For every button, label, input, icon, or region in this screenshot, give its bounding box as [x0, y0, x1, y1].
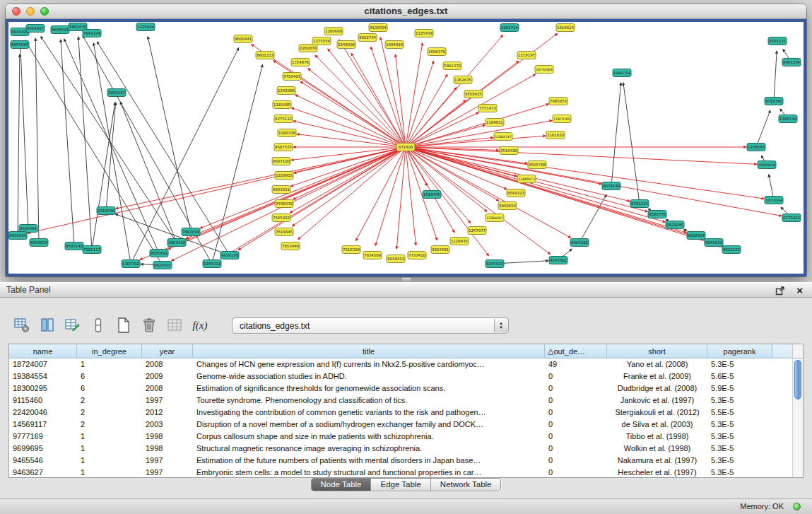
- graph-node[interactable]: 8830594: [8, 232, 27, 240]
- float-panel-icon[interactable]: [775, 286, 785, 296]
- graph-node[interactable]: 7625402: [272, 214, 290, 222]
- graph-node[interactable]: 9245002: [549, 257, 567, 264]
- graph-node[interactable]: 9245012: [203, 260, 221, 268]
- graph-node[interactable]: 1186110: [779, 115, 797, 123]
- graph-node[interactable]: 1189811: [486, 119, 504, 127]
- graph-node[interactable]: 1181495: [273, 101, 291, 109]
- tab-edge-table[interactable]: Edge Table: [371, 479, 430, 491]
- graph-node[interactable]: 9549323: [507, 189, 525, 197]
- graph-node[interactable]: 8933311: [272, 186, 290, 194]
- graph-node[interactable]: 1694910: [385, 41, 404, 49]
- column-header-in_degree[interactable]: in_degree: [77, 344, 142, 358]
- network-select-combobox[interactable]: citations_edges.txt ▲▼: [232, 317, 509, 334]
- vertical-scrollbar[interactable]: [792, 358, 803, 477]
- graph-node[interactable]: 9616123: [722, 246, 741, 254]
- row-height-button[interactable]: [89, 316, 107, 334]
- graph-node[interactable]: 1162635: [454, 76, 472, 84]
- graph-node[interactable]: 9203481: [431, 246, 449, 254]
- graph-node[interactable]: 8601213: [256, 52, 274, 59]
- graph-node[interactable]: 1125404: [136, 23, 155, 31]
- graph-node[interactable]: 9505778: [648, 211, 666, 218]
- graph-node[interactable]: 1159583: [747, 144, 765, 151]
- graph-node[interactable]: 1219197: [517, 52, 536, 59]
- table-row[interactable]: 911546021997Tourette syndrome. Phenomeno…: [9, 395, 792, 407]
- graph-node[interactable]: 11875105: [553, 115, 571, 123]
- graph-node[interactable]: 8901234: [782, 59, 801, 66]
- graph-node[interactable]: 9245033: [705, 239, 723, 247]
- tab-network-table[interactable]: Network Table: [431, 479, 501, 491]
- graph-node[interactable]: 8818904: [687, 232, 705, 240]
- graph-node[interactable]: 1229915: [275, 172, 293, 180]
- combobox-stepper-icon[interactable]: ▲▼: [494, 319, 507, 332]
- graph-node[interactable]: 1518445: [423, 191, 441, 199]
- graph-node[interactable]: 11604747: [494, 133, 512, 141]
- graph-node[interactable]: 8624501: [153, 262, 172, 269]
- close-button[interactable]: [12, 7, 20, 16]
- graph-node[interactable]: 9616170: [220, 252, 239, 259]
- graph-node[interactable]: 9505140: [65, 243, 83, 250]
- graph-node[interactable]: 16682794: [613, 69, 631, 77]
- graph-node[interactable]: 9679190: [602, 182, 620, 190]
- graph-node[interactable]: 2056107: [107, 89, 126, 97]
- graph-node[interactable]: 9558425: [464, 90, 483, 98]
- table-row[interactable]: 1830029562008Estimation of significance …: [9, 382, 792, 395]
- graph-node[interactable]: 10734503: [535, 66, 553, 74]
- graph-node[interactable]: 9662734: [358, 34, 377, 42]
- column-header-pagerank[interactable]: pagerank: [707, 344, 772, 358]
- minimize-button[interactable]: [26, 7, 35, 16]
- graph-node[interactable]: 9728345: [765, 98, 783, 105]
- window-titlebar[interactable]: citations_edges.txt: [6, 4, 806, 19]
- graph-node[interactable]: 8949650: [498, 202, 517, 210]
- graph-node[interactable]: 7619445: [275, 228, 293, 236]
- graph-node[interactable]: 8624807: [26, 25, 45, 33]
- graph-node[interactable]: 1303702: [122, 260, 140, 268]
- graph-node[interactable]: 7634509: [363, 252, 382, 259]
- table-row[interactable]: 2242004622012Investigating the contribut…: [9, 407, 792, 419]
- edit-table-button[interactable]: [64, 316, 82, 334]
- graph-node[interactable]: 8607100: [272, 158, 290, 165]
- column-header-out_de[interactable]: △ out_de…: [545, 344, 607, 358]
- graph-node[interactable]: 1275554: [312, 37, 331, 45]
- graph-node[interactable]: 1180338: [278, 129, 296, 137]
- graph-node[interactable]: 1128435: [450, 238, 469, 245]
- graph-node[interactable]: 7733410: [408, 252, 426, 259]
- graph-node[interactable]: 6775023: [782, 214, 801, 222]
- graph-node[interactable]: 16028610: [758, 161, 776, 169]
- close-panel-icon[interactable]: ×: [796, 284, 803, 297]
- graph-node[interactable]: 7641234: [83, 30, 101, 37]
- graph-node[interactable]: 7771473: [478, 105, 497, 112]
- graph-node[interactable]: 8964202: [570, 239, 589, 247]
- graph-node[interactable]: 2181714: [500, 24, 519, 32]
- new-file-button[interactable]: [114, 316, 133, 334]
- graph-node[interactable]: 9245023: [486, 260, 504, 268]
- graph-node[interactable]: 1619614: [556, 24, 575, 32]
- graph-node[interactable]: 2248600: [337, 41, 355, 49]
- panel-splitter[interactable]: [0, 276, 812, 282]
- graph-node[interactable]: 10710554: [765, 197, 783, 204]
- tab-node-table[interactable]: Node Table: [312, 479, 372, 491]
- table-row[interactable]: 946362711997Embryonic stem cells: a mode…: [9, 467, 792, 477]
- table-row[interactable]: 1938455462009Genome-wide association stu…: [9, 370, 792, 382]
- table-row[interactable]: 1456911722003Disruption of a novel membe…: [9, 419, 792, 431]
- column-header-short[interactable]: short: [607, 344, 707, 358]
- table-mode-button[interactable]: [13, 316, 31, 334]
- graph-node[interactable]: 12204507: [486, 214, 504, 222]
- graph-node[interactable]: 1696370: [428, 48, 446, 56]
- graph-node[interactable]: 9716403: [283, 73, 301, 81]
- import-table-button[interactable]: [165, 316, 184, 334]
- table-row[interactable]: 946554611997Estimation of the future num…: [9, 455, 792, 467]
- graph-node[interactable]: 1161620: [546, 132, 565, 139]
- graph-node[interactable]: 9621045: [666, 221, 684, 229]
- graph-node[interactable]: 11849573: [517, 175, 536, 183]
- graph-node[interactable]: 7905113: [83, 246, 101, 254]
- select-columns-button[interactable]: [38, 316, 57, 334]
- graph-node[interactable]: 1280668: [324, 28, 343, 35]
- table-row[interactable]: 977716911998Corpus callosum shape and si…: [9, 431, 792, 443]
- graph-node[interactable]: 9019411: [387, 255, 405, 263]
- graph-node[interactable]: 8655089: [11, 41, 29, 49]
- graph-node[interactable]: 1242006: [277, 87, 295, 95]
- column-header-title[interactable]: title: [193, 344, 545, 358]
- column-header-year[interactable]: year: [142, 344, 193, 358]
- graph-node[interactable]: 7485053: [549, 98, 567, 105]
- graph-node[interactable]: 1724876: [291, 59, 310, 66]
